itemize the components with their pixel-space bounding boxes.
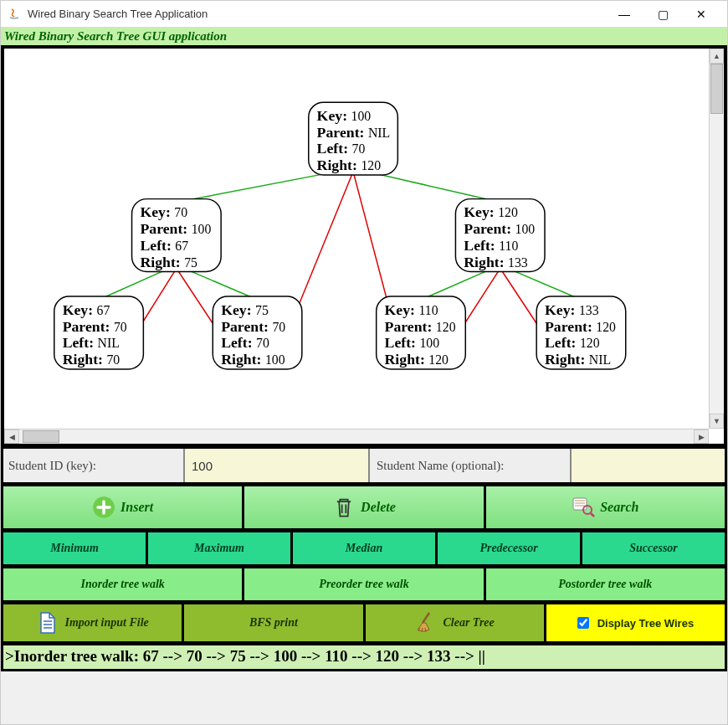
minimum-label: Minimum	[50, 542, 99, 555]
median-label: Median	[346, 542, 382, 555]
svg-rect-48	[573, 498, 587, 510]
postorder-label: Postorder tree walk	[558, 578, 652, 591]
student-id-label: Student ID (key):	[3, 449, 183, 482]
app-header: Wired Binary Search Tree GUI application	[1, 28, 727, 45]
svg-text:Key: 70: Key: 70	[140, 203, 187, 220]
main-button-row: Insert Delete Search	[1, 484, 727, 531]
svg-text:Key: 100: Key: 100	[317, 107, 372, 124]
svg-text:Key: 67: Key: 67	[63, 301, 110, 318]
scroll-down-icon[interactable]: ▼	[710, 414, 724, 429]
query-button-row: Minimum Maximum Median Predecessor Succe…	[1, 530, 727, 567]
broom-icon	[414, 611, 438, 635]
title-bar: Wired Binary Search Tree Application — ▢…	[1, 1, 727, 28]
wires-checkbox-cell[interactable]: Display Tree Wires	[546, 604, 725, 641]
v-scroll-thumb[interactable]	[710, 64, 723, 114]
svg-text:Left: 110: Left: 110	[464, 237, 518, 254]
inorder-button[interactable]: Inorder tree walk	[3, 568, 244, 600]
delete-button[interactable]: Delete	[244, 486, 485, 528]
svg-text:Right: 120: Right: 120	[317, 157, 382, 173]
import-button[interactable]: Import input File	[3, 604, 184, 641]
window-controls: — ▢ ✕	[605, 2, 720, 27]
delete-label: Delete	[361, 500, 396, 515]
scroll-left-icon[interactable]: ◀	[4, 429, 19, 444]
svg-text:Parent: 100: Parent: 100	[464, 220, 535, 237]
postorder-button[interactable]: Postorder tree walk	[486, 568, 725, 600]
window-title: Wired Binary Search Tree Application	[28, 8, 605, 20]
predecessor-label: Predecessor	[479, 542, 537, 555]
svg-text:Key: 120: Key: 120	[464, 203, 518, 220]
tree-svg: Key: 100Parent: NILLeft: 70Right: 120Key…	[4, 49, 709, 429]
svg-text:Left: 70: Left: 70	[317, 140, 366, 157]
svg-text:Parent: 70: Parent: 70	[221, 318, 285, 335]
clear-button[interactable]: Clear Tree	[366, 604, 546, 641]
trash-icon	[332, 496, 356, 519]
maximum-label: Maximum	[194, 542, 244, 555]
status-bar: >Inorder tree walk: 67 --> 70 --> 75 -->…	[1, 643, 727, 671]
student-id-input[interactable]: 100	[183, 449, 368, 482]
file-icon	[36, 611, 59, 635]
preorder-button[interactable]: Preorder tree walk	[244, 568, 485, 600]
svg-text:Right: 70: Right: 70	[63, 351, 120, 368]
svg-line-53	[591, 513, 594, 517]
search-label: Search	[600, 500, 638, 515]
median-button[interactable]: Median	[293, 532, 438, 564]
svg-text:Left: 70: Left: 70	[221, 334, 269, 351]
bfs-label: BFS print	[249, 616, 298, 630]
horizontal-scrollbar[interactable]: ◀ ▶	[4, 429, 709, 444]
maximum-button[interactable]: Maximum	[148, 532, 293, 564]
vertical-scrollbar[interactable]: ▲ ▼	[709, 49, 724, 429]
search-icon	[572, 496, 595, 519]
minimize-button[interactable]: —	[605, 2, 643, 27]
java-icon	[8, 8, 21, 21]
inorder-label: Inorder tree walk	[80, 578, 164, 591]
import-label: Import input File	[64, 616, 148, 630]
h-scroll-thumb[interactable]	[23, 430, 59, 443]
plus-icon	[92, 496, 115, 519]
svg-text:Right: NIL: Right: NIL	[545, 351, 611, 368]
svg-text:Left: 100: Left: 100	[385, 334, 440, 351]
scroll-up-icon[interactable]: ▲	[710, 49, 724, 64]
svg-line-57	[423, 613, 429, 623]
svg-text:Left: 120: Left: 120	[545, 334, 600, 351]
walk-button-row: Inorder tree walk Preorder tree walk Pos…	[1, 566, 727, 603]
preorder-label: Preorder tree walk	[319, 578, 408, 591]
student-name-input[interactable]	[570, 449, 725, 482]
minimum-button[interactable]: Minimum	[3, 532, 148, 564]
svg-text:Parent: NIL: Parent: NIL	[317, 124, 391, 141]
wires-checkbox[interactable]	[577, 617, 589, 629]
svg-text:Key: 110: Key: 110	[385, 301, 438, 318]
tree-canvas[interactable]: Key: 100Parent: NILLeft: 70Right: 120Key…	[4, 49, 709, 429]
bfs-button[interactable]: BFS print	[184, 604, 365, 641]
form-row: Student ID (key): 100 Student Name (opti…	[1, 446, 727, 485]
successor-button[interactable]: Successor	[582, 532, 725, 564]
insert-button[interactable]: Insert	[3, 486, 244, 528]
svg-text:Right: 120: Right: 120	[385, 351, 449, 368]
svg-text:Right: 75: Right: 75	[140, 254, 197, 270]
svg-text:Parent: 70: Parent: 70	[63, 318, 127, 335]
maximize-button[interactable]: ▢	[643, 2, 682, 27]
svg-text:Left: NIL: Left: NIL	[63, 334, 120, 351]
svg-text:Key: 75: Key: 75	[221, 301, 269, 318]
svg-text:Right: 133: Right: 133	[464, 254, 528, 270]
close-button[interactable]: ✕	[682, 2, 720, 27]
svg-text:Parent: 120: Parent: 120	[385, 318, 456, 335]
app-window: Wired Binary Search Tree Application — ▢…	[0, 0, 728, 725]
tree-canvas-wrapper: Key: 100Parent: NILLeft: 70Right: 120Key…	[1, 45, 727, 447]
svg-text:Parent: 100: Parent: 100	[140, 220, 211, 237]
predecessor-button[interactable]: Predecessor	[438, 532, 582, 564]
insert-label: Insert	[120, 500, 153, 515]
svg-text:Parent: 120: Parent: 120	[545, 318, 616, 335]
util-button-row: Import input File BFS print Clear Tree D…	[1, 602, 727, 644]
scroll-right-icon[interactable]: ▶	[694, 429, 709, 444]
svg-text:Right: 100: Right: 100	[221, 351, 285, 368]
wires-checkbox-label: Display Tree Wires	[597, 617, 695, 630]
search-button[interactable]: Search	[486, 486, 725, 528]
svg-text:Key: 133: Key: 133	[545, 301, 599, 318]
successor-label: Successor	[629, 542, 678, 555]
svg-text:Left: 67: Left: 67	[140, 237, 188, 254]
student-name-label: Student Name (optional):	[368, 449, 570, 482]
clear-label: Clear Tree	[443, 616, 494, 630]
